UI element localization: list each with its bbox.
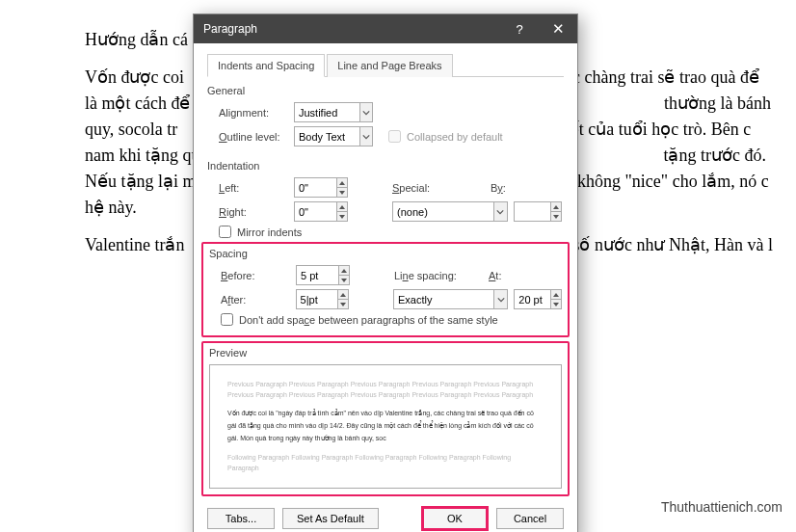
at-label: At: [489,270,514,281]
alignment-combo[interactable] [294,102,373,122]
special-value[interactable] [393,202,493,221]
left-label: Left: [219,182,288,194]
by-value[interactable] [515,202,550,221]
watermark: Thuthuattienich.com [661,499,783,515]
collapsed-checkbox: Collapsed by default [388,130,503,143]
outline-value[interactable] [295,127,359,146]
preview-title: Preview [209,347,562,359]
spin-down-icon[interactable] [339,276,349,284]
line-spacing-label: Line spacing: [394,270,469,281]
at-spin[interactable] [514,289,562,309]
by-spin[interactable] [514,201,562,222]
after-spin[interactable] [296,289,350,309]
right-label: Right: [219,206,288,218]
tabs-button[interactable]: Tabs... [207,508,275,529]
ok-button[interactable]: OK [421,506,489,531]
line-spacing-combo[interactable] [393,289,508,309]
dialog-title: Paragraph [203,22,500,36]
titlebar: Paragraph ? ✕ [194,14,577,43]
spin-down-icon[interactable] [551,212,561,221]
spin-down-icon[interactable] [337,188,347,197]
special-combo[interactable] [392,201,508,222]
after-value[interactable] [297,290,338,308]
preview-foll: Following Paragraph Following Paragraph … [227,452,544,473]
spin-up-icon[interactable] [551,290,561,300]
preview-prev: Previous Paragraph Previous Paragraph Pr… [227,379,544,400]
paragraph-dialog: Paragraph ? ✕ Indents and Spacing Line a… [193,13,578,532]
chevron-down-icon[interactable] [493,290,507,308]
special-label: Special: [392,182,467,194]
spin-up-icon[interactable] [339,266,349,276]
preview-box: Previous Paragraph Previous Paragraph Pr… [209,364,562,489]
before-value[interactable] [297,266,338,284]
spin-up-icon[interactable] [338,290,348,300]
spin-down-icon[interactable] [338,300,348,308]
preview-highlight: Preview Previous Paragraph Previous Para… [201,341,570,496]
tab-line-breaks[interactable]: Line and Page Breaks [327,54,452,77]
outline-combo[interactable] [294,126,373,146]
at-value[interactable] [515,290,550,308]
spin-up-icon[interactable] [551,202,561,212]
mirror-checkbox[interactable]: Mirror indents [219,226,302,238]
left-value[interactable] [295,178,336,197]
preview-sample: Vốn được coi là "ngày đáp trả tình cảm" … [227,408,544,444]
nospace-check[interactable] [221,313,233,326]
right-value[interactable] [295,202,336,221]
set-default-button[interactable]: Set As Default [282,508,379,529]
spacing-highlight: Spacing Before: Line spacing: At: After: [201,242,570,337]
nospace-checkbox[interactable]: Don't add space between paragraphs of th… [221,313,498,326]
spin-up-icon[interactable] [337,202,347,212]
alignment-value[interactable] [295,103,359,121]
chevron-down-icon[interactable] [359,103,372,121]
spacing-title: Spacing [209,248,562,259]
close-button[interactable]: ✕ [539,14,577,43]
by-label: By: [491,182,516,194]
left-spin[interactable] [294,177,348,198]
chevron-down-icon[interactable] [359,127,372,146]
alignment-label: Alignment: [219,107,288,119]
general-title: General [207,85,564,96]
before-label: Before: [221,270,290,281]
spin-down-icon[interactable] [337,212,347,221]
before-spin[interactable] [296,265,350,285]
right-spin[interactable] [294,201,348,222]
chevron-down-icon[interactable] [493,202,507,221]
spin-up-icon[interactable] [337,178,347,188]
collapsed-check [388,130,401,143]
mirror-check[interactable] [219,226,231,238]
line-spacing-value[interactable] [394,290,493,308]
help-button[interactable]: ? [500,14,539,43]
tab-indents-spacing[interactable]: Indents and Spacing [207,54,325,77]
indentation-title: Indentation [207,160,564,172]
cancel-button[interactable]: Cancel [496,508,564,529]
spin-down-icon[interactable] [551,300,561,308]
outline-label: Outline level: [219,131,288,143]
after-label: After: [221,294,290,306]
tab-strip: Indents and Spacing Line and Page Breaks [207,53,564,77]
